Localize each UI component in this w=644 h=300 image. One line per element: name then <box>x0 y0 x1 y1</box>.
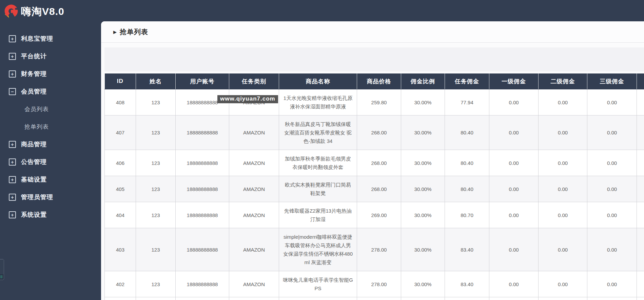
sidebar-subitem-label: 抢单列表 <box>24 123 49 131</box>
table-cell: 30.00% <box>401 115 445 150</box>
expand-icon[interactable]: + <box>9 53 16 60</box>
table-cell: 80.40 <box>445 176 489 202</box>
sidebar-item-3[interactable]: −会员管理 <box>0 83 101 100</box>
table-cell <box>445 297 489 300</box>
expand-icon[interactable]: + <box>9 158 16 166</box>
column-header-10: 三级佣金 <box>587 73 637 89</box>
sidebar-item-6[interactable]: +基础设置 <box>0 171 101 188</box>
table-cell: 秋冬新品真皮马丁靴加绒保暖女潮流百搭女靴系带皮靴女 驼色-加绒款 34 <box>279 115 357 150</box>
table-cell: 0.00 <box>587 115 637 150</box>
table-cell: 欧式实木换鞋凳家用门口简易鞋架凳 <box>279 176 357 202</box>
sidebar-item-label: 系统设置 <box>21 211 47 219</box>
table-cell: 83.40 <box>445 228 489 271</box>
table-cell: 402 <box>105 271 136 297</box>
table-cell <box>279 297 357 300</box>
sidebar-item-1[interactable]: +平台统计 <box>0 47 101 65</box>
sidebar-item-label: 财务管理 <box>21 70 47 78</box>
column-header-3: 任务类别 <box>229 73 279 89</box>
table-cell: 18888888888 <box>176 271 229 297</box>
g-logo-icon <box>3 4 19 19</box>
table-cell <box>136 297 176 300</box>
table-cell: 80.40 <box>445 115 489 150</box>
caret-right-icon: ▶ <box>113 29 117 35</box>
sidebar-subitem-label: 会员列表 <box>24 105 49 113</box>
sidebar-item-label: 平台统计 <box>21 52 47 60</box>
table-cell: 278.00 <box>357 271 401 297</box>
sidebar-item-0[interactable]: +利息宝管理 <box>0 30 101 47</box>
table-cell: 0.00 <box>539 150 587 176</box>
table-cell: 407 <box>105 115 136 150</box>
table-cell: 0.00 <box>587 150 637 176</box>
sidebar-item-label: 商品管理 <box>21 140 47 148</box>
widget-stripes <box>0 259 4 275</box>
table-cell <box>357 297 401 300</box>
sidebar-item-7[interactable]: +管理员管理 <box>0 188 101 206</box>
table-cell: 268.00 <box>357 150 401 176</box>
table-cell <box>637 202 644 228</box>
expand-icon[interactable]: + <box>9 194 16 201</box>
table-cell: 0.00 <box>489 150 539 176</box>
table-cell: 0.00 <box>489 89 539 115</box>
table-cell: 278.00 <box>357 228 401 271</box>
menu-icon: ☰ <box>0 275 3 280</box>
sidebar-item-4[interactable]: +商品管理 <box>0 135 101 153</box>
filter-toolbar <box>104 47 644 71</box>
table-cell: 123 <box>136 271 176 297</box>
column-header-6: 佣金比例 <box>401 73 445 89</box>
table-cell: 0.00 <box>539 89 587 115</box>
table-cell <box>539 297 587 300</box>
table-cell <box>637 271 644 297</box>
expand-icon[interactable]: + <box>9 176 16 183</box>
sidebar-item-label: 公告管理 <box>21 158 47 166</box>
sidebar-subitem-3-0[interactable]: 会员列表 <box>0 100 101 118</box>
sidebar-subitem-3-1[interactable]: 抢单列表 <box>0 118 101 135</box>
table-cell: 408 <box>105 89 136 115</box>
table-cell: simple|modern咖啡杯双盖便捷车载吸管杯办公马克杯成人男女保温学生情侣… <box>279 228 357 271</box>
expand-icon[interactable]: + <box>9 211 16 218</box>
table-cell <box>229 297 279 300</box>
table-cell: 30.00% <box>401 89 445 115</box>
table-cell: 18888888888 <box>176 150 229 176</box>
sidebar-item-label: 利息宝管理 <box>21 35 53 43</box>
table-cell: AMAZON <box>229 176 279 202</box>
table-cell: 83.40 <box>445 271 489 297</box>
table-cell: 0.00 <box>489 271 539 297</box>
table-cell <box>587 297 637 300</box>
table-cell <box>637 176 644 202</box>
table-cell: 268.00 <box>357 176 401 202</box>
table-cell: 0.00 <box>587 271 637 297</box>
expand-icon[interactable]: + <box>9 70 16 78</box>
table-row: 40212318888888888AMAZON咪咪兔儿童电话手表学生智能GPS2… <box>105 271 644 297</box>
sidebar-item-2[interactable]: +财务管理 <box>0 65 101 83</box>
expand-icon[interactable]: + <box>9 141 16 148</box>
table-cell: 0.00 <box>587 202 637 228</box>
sidebar-item-label: 基础设置 <box>21 175 47 184</box>
table-cell: 80.40 <box>445 150 489 176</box>
table-cell: 1天水光晚安精华液收缩毛孔原液补水保湿面部精华原液 <box>279 89 357 115</box>
sidebar-item-label: 会员管理 <box>21 87 47 95</box>
collapse-icon[interactable]: − <box>9 88 16 95</box>
app-title: 嗨淘V8.0 <box>21 5 64 19</box>
table-cell: 18888888888 <box>176 228 229 271</box>
column-header-0: ID <box>105 73 136 89</box>
sidebar-item-8[interactable]: +系统设置 <box>0 206 101 223</box>
table-cell: 30.00% <box>401 202 445 228</box>
sidebar-item-5[interactable]: +公告管理 <box>0 153 101 171</box>
table-cell: 0.00 <box>489 228 539 271</box>
expand-icon[interactable]: + <box>9 35 16 42</box>
brand-logo: 嗨淘V8.0 <box>0 0 101 20</box>
table-cell: 0.00 <box>539 202 587 228</box>
table-cell: 269.00 <box>357 202 401 228</box>
table-cell: 0.00 <box>489 176 539 202</box>
table-cell: 268.00 <box>357 115 401 150</box>
table-cell: 403 <box>105 228 136 271</box>
table-row: 40312318888888888AMAZONsimple|modern咖啡杯双… <box>105 228 644 271</box>
sidebar: 嗨淘V8.0 +利息宝管理+平台统计+财务管理−会员管理会员列表抢单列表+商品管… <box>0 0 101 300</box>
table-cell <box>637 228 644 271</box>
floating-widget[interactable]: ☰ <box>0 259 4 280</box>
table-cell: 0.00 <box>489 202 539 228</box>
table-row: 40812318888888888AMAZON1天水光晚安精华液收缩毛孔原液补水… <box>105 89 644 115</box>
table-cell: 0.00 <box>587 176 637 202</box>
table-cell: AMAZON <box>229 271 279 297</box>
sidebar-item-label: 管理员管理 <box>21 193 53 201</box>
